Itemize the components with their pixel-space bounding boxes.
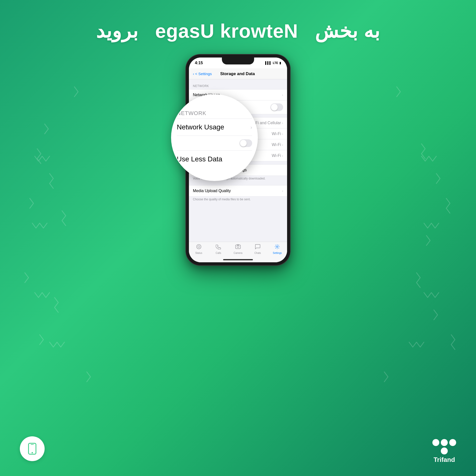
magnify-network-usage-label: Network Usage (177, 123, 224, 131)
network-usage-chevron: › (282, 93, 283, 97)
media-upload-chevron: › (282, 189, 283, 193)
dot-2 (441, 439, 448, 446)
heading-persian-prefix: به بخش (315, 20, 380, 42)
audio-chevron: › (282, 132, 283, 136)
calls-tab-label: Calls (216, 252, 221, 254)
media-quality-group: Media Upload Quality › (189, 185, 287, 197)
camera-tab-icon (235, 244, 241, 251)
magnify-toggle-knob (240, 140, 247, 147)
nav-title: Storage and Data (212, 71, 263, 76)
back-chevron-icon: ‹ (193, 72, 194, 76)
svg-point-0 (197, 244, 201, 249)
tab-chats[interactable]: Chats (248, 244, 268, 254)
media-upload-quality-value: › (282, 189, 283, 193)
dot-1 (432, 439, 439, 446)
magnify-network-chevron: › (250, 124, 252, 130)
magnify-toggle (239, 139, 252, 147)
tab-status[interactable]: Status (189, 244, 208, 254)
settings-tab-icon (274, 244, 280, 251)
magnify-use-less-label: Use Less Data (177, 151, 252, 168)
status-tab-icon (196, 244, 202, 251)
phone-device: NETWORK Network Usage › Use Less Data 4:… (186, 55, 290, 265)
settings-tab-label: Settings (273, 252, 282, 254)
tab-calls[interactable]: Calls (208, 244, 228, 254)
documents-value: Wi-Fi › (272, 153, 283, 158)
documents-chevron: › (282, 154, 283, 158)
magnify-section-label: NETWORK (177, 108, 252, 119)
svg-point-5 (276, 246, 278, 247)
svg-point-7 (32, 452, 33, 453)
trifand-name-label: Trifand (434, 456, 455, 464)
notch (222, 58, 254, 64)
use-less-data-toggle[interactable] (270, 103, 283, 111)
heading-english: Network Usage (155, 20, 298, 42)
main-heading: به بخش Network Usage بروید (0, 20, 476, 42)
documents-setting: Wi-Fi (272, 153, 281, 158)
magnify-content: NETWORK Network Usage › Use Less Data (172, 95, 257, 180)
video-chevron: › (282, 143, 283, 147)
network-type: LTE (273, 61, 278, 65)
video-setting: Wi-Fi (272, 143, 281, 147)
status-tab-label: Status (195, 252, 202, 254)
camera-tab-label: Camera (234, 252, 242, 254)
toggle-knob (271, 104, 278, 111)
media-upload-quality-label: Media Upload Quality (193, 189, 231, 193)
media-upload-quality-row[interactable]: Media Upload Quality › (189, 185, 287, 196)
trifand-logo: Trifand (432, 439, 456, 464)
network-usage-value: › (282, 93, 283, 97)
magnify-toggle-row (177, 136, 252, 151)
audio-value: Wi-Fi › (272, 132, 283, 136)
status-time: 4:15 (195, 61, 203, 65)
navigation-bar: ‹ < Settings Storage and Data (189, 68, 287, 79)
phone-outline-icon (26, 443, 38, 455)
network-section-header: NETWORK (189, 79, 287, 89)
battery-icon: ▮ (279, 61, 281, 65)
media-quality-note: Choose the quality of media files to be … (189, 197, 287, 203)
wifi-cellular-chevron: › (282, 121, 283, 125)
bottom-left-branding (20, 436, 45, 461)
tab-settings[interactable]: Settings (268, 244, 287, 254)
bottom-right-branding: Trifand (432, 439, 456, 464)
signal-icon: ▌▌▌ (265, 61, 272, 65)
svg-point-3 (237, 246, 239, 248)
magnify-network-usage-row: Network Usage › (177, 119, 252, 136)
calls-tab-icon (216, 244, 221, 251)
chats-tab-label: Chats (254, 252, 261, 254)
back-label: < Settings (195, 72, 212, 76)
dot-6-empty (449, 447, 456, 454)
audio-setting: Wi-Fi (272, 132, 281, 136)
trifand-dots (432, 439, 456, 454)
svg-rect-8 (31, 444, 34, 445)
section-gap-3 (189, 182, 287, 185)
back-button[interactable]: ‹ < Settings (193, 72, 212, 76)
dot-3 (449, 439, 456, 446)
chats-tab-icon (255, 244, 260, 251)
magnify-overlay: NETWORK Network Usage › Use Less Data (171, 94, 258, 181)
status-icons: ▌▌▌ LTE ▮ (265, 61, 281, 65)
dot-5 (441, 447, 448, 454)
video-value: Wi-Fi › (272, 143, 283, 147)
home-indicator (223, 259, 253, 260)
svg-point-1 (198, 246, 200, 248)
tab-camera[interactable]: Camera (228, 244, 248, 254)
dot-4-empty (432, 447, 439, 454)
heading-persian-suffix: بروید (96, 20, 138, 42)
phone-icon-circle (20, 436, 45, 461)
